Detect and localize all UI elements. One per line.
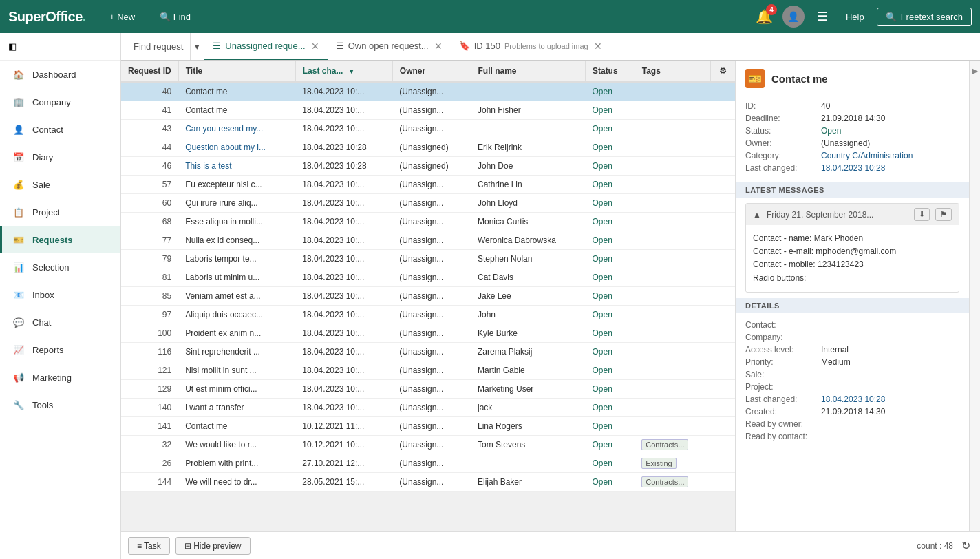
tab-close-icon[interactable]: ✕ (311, 41, 319, 52)
notifications-button[interactable]: 🔔 4 (753, 6, 776, 28)
cell-gear (710, 120, 735, 138)
find-button[interactable]: 🔍 Find (153, 8, 198, 26)
table-row[interactable]: 44 Question about my i... 18.04.2023 10:… (121, 138, 735, 157)
sidebar-item-contact[interactable]: 👤 Contact (0, 116, 120, 143)
cell-status: Open (585, 324, 635, 343)
sidebar-item-tools[interactable]: 🔧 Tools (0, 391, 120, 419)
table-row[interactable]: 60 Qui irure irure aliq... 18.04.2023 10… (121, 194, 735, 213)
cell-last-changed: 10.12.2021 10:... (295, 436, 392, 454)
table-row[interactable]: 116 Sint reprehenderit ... 18.04.2023 10… (121, 343, 735, 361)
cell-full-name (471, 454, 585, 473)
cell-owner: (Unassign... (392, 380, 471, 399)
cell-last-changed: 18.04.2023 10:... (295, 250, 392, 268)
cell-last-changed: 18.04.2023 10:... (295, 176, 392, 194)
download-message-button[interactable]: ⬇ (914, 208, 930, 221)
table-row[interactable]: 129 Ut est minim offici... 18.04.2023 10… (121, 380, 735, 399)
table-row[interactable]: 85 Veniam amet est a... 18.04.2023 10:..… (121, 287, 735, 306)
collapse-icon[interactable]: ▲ (753, 210, 761, 220)
message-item: ▲ Friday 21. September 2018... ⬇ ⚑ Conta… (745, 203, 959, 293)
cell-tags (635, 361, 710, 380)
table-row[interactable]: 40 Contact me 18.04.2023 10:... (Unassig… (121, 82, 735, 101)
user-avatar[interactable]: 👤 (782, 6, 805, 28)
cell-gear (710, 287, 735, 306)
col-status[interactable]: Status (585, 61, 635, 82)
table-row[interactable]: 26 Problem with print... 27.10.2021 12:.… (121, 454, 735, 473)
sidebar-item-reports[interactable]: 📈 Reports (0, 336, 120, 363)
sidebar-item-marketing[interactable]: 📢 Marketing (0, 363, 120, 391)
sidebar-item-selection[interactable]: 📊 Selection (0, 253, 120, 281)
cell-full-name: John Fisher (471, 101, 585, 120)
cell-req-id: 140 (121, 399, 178, 417)
table-row[interactable]: 121 Nisi mollit in sunt ... 18.04.2023 1… (121, 361, 735, 380)
sidebar-item-project[interactable]: 📋 Project (0, 198, 120, 226)
hide-preview-button[interactable]: ⊟ Hide preview (175, 537, 251, 555)
cell-title: Contact me (178, 82, 295, 101)
task-button[interactable]: ≡ Task (128, 537, 170, 555)
tab-close-icon[interactable]: ✕ (434, 41, 443, 52)
sidebar-toggle[interactable]: ◧ (0, 33, 120, 61)
table-row[interactable]: 77 Nulla ex id conseq... 18.04.2023 10:.… (121, 231, 735, 250)
tab-id150[interactable]: 🔖 ID 150 Problems to upload imag ✕ (451, 33, 610, 60)
sidebar-item-sale[interactable]: 💰 Sale (0, 171, 120, 198)
sidebar-item-requests[interactable]: 🎫 Requests (0, 226, 120, 253)
table-row[interactable]: 32 We would like to r... 10.12.2021 10:.… (121, 436, 735, 454)
table-row[interactable]: 97 Aliquip duis occaec... 18.04.2023 10:… (121, 306, 735, 324)
col-last-changed[interactable]: Last cha... ▼ (295, 61, 392, 82)
table-row[interactable]: 144 We will need to dr... 28.05.2021 15:… (121, 473, 735, 492)
sidebar-item-label: Diary (32, 152, 53, 162)
tab-label: Unassigned reque... (225, 41, 305, 51)
cell-title: Nisi mollit in sunt ... (178, 361, 295, 380)
new-button[interactable]: + New (103, 8, 142, 26)
table-row[interactable]: 79 Laboris tempor te... 18.04.2023 10:..… (121, 250, 735, 268)
sidebar-item-inbox[interactable]: 📧 Inbox (0, 281, 120, 308)
flag-message-button[interactable]: ⚑ (935, 208, 952, 221)
topbar: SuperOffice. + New 🔍 Find 🔔 4 👤 ☰ Help 🔍… (0, 0, 980, 33)
cell-gear (710, 343, 735, 361)
col-title[interactable]: Title (178, 61, 295, 82)
tab-unassigned[interactable]: ☰ Unassigned reque... ✕ (204, 33, 327, 60)
table-row[interactable]: 141 Contact me 10.12.2021 11:... (Unassi… (121, 417, 735, 436)
message-line-3: Contact - mobile: 1234123423 (753, 258, 952, 271)
cell-full-name: Tom Stevens (471, 436, 585, 454)
cell-gear (710, 268, 735, 287)
cell-owner: (Unassign... (392, 436, 471, 454)
menu-icon-button[interactable]: ☰ (811, 6, 833, 27)
tab-dropdown-button[interactable]: ▾ (191, 33, 204, 60)
find-request-tab[interactable]: Find request (127, 33, 191, 60)
freetext-search-button[interactable]: 🔍 Freetext search (877, 8, 972, 26)
cell-tags (635, 324, 710, 343)
table-row[interactable]: 81 Laboris ut minim u... 18.04.2023 10:.… (121, 268, 735, 287)
tab-own-open[interactable]: ☰ Own open request... ✕ (328, 33, 451, 60)
table-row[interactable]: 68 Esse aliqua in molli... 18.04.2023 10… (121, 213, 735, 231)
cell-gear (710, 213, 735, 231)
panel-collapse-button[interactable]: ▶ (969, 61, 980, 531)
cell-full-name: Cathrine Lin (471, 176, 585, 194)
col-owner[interactable]: Owner (392, 61, 471, 82)
company-icon: 🏢 (12, 95, 25, 109)
col-request-id[interactable]: Request ID (121, 61, 178, 82)
refresh-button[interactable]: ↻ (959, 536, 973, 555)
sidebar-item-chat[interactable]: 💬 Chat (0, 308, 120, 336)
table-row[interactable]: 43 Can you resend my... 18.04.2023 10:..… (121, 120, 735, 138)
table-row[interactable]: 100 Proident ex anim n... 18.04.2023 10:… (121, 324, 735, 343)
tab-close-icon[interactable]: ✕ (594, 41, 602, 52)
table-row[interactable]: 140 i want a transfer 18.04.2023 10:... … (121, 399, 735, 417)
col-settings[interactable]: ⚙ (710, 61, 735, 82)
col-full-name[interactable]: Full name (471, 61, 585, 82)
notifications-badge: 4 (766, 4, 777, 15)
table-row[interactable]: 41 Contact me 18.04.2023 10:... (Unassig… (121, 101, 735, 120)
col-tags[interactable]: Tags (635, 61, 710, 82)
sidebar-item-dashboard[interactable]: 🏠 Dashboard (0, 61, 120, 88)
cell-tags (635, 268, 710, 287)
table-row[interactable]: 57 Eu excepteur nisi c... 18.04.2023 10:… (121, 176, 735, 194)
help-button[interactable]: Help (840, 9, 870, 25)
warning-icon: 🔖 (459, 41, 470, 51)
cell-req-id: 116 (121, 343, 178, 361)
chevron-down-icon: ▾ (195, 41, 200, 52)
cell-status: Open (585, 250, 635, 268)
access-level-label: Access level: (745, 345, 821, 355)
sidebar-item-company[interactable]: 🏢 Company (0, 88, 120, 116)
table-row[interactable]: 46 This is a test 18.04.2023 10:28 (Unas… (121, 157, 735, 176)
sidebar-item-diary[interactable]: 📅 Diary (0, 143, 120, 171)
deadline-label: Deadline: (745, 114, 821, 123)
